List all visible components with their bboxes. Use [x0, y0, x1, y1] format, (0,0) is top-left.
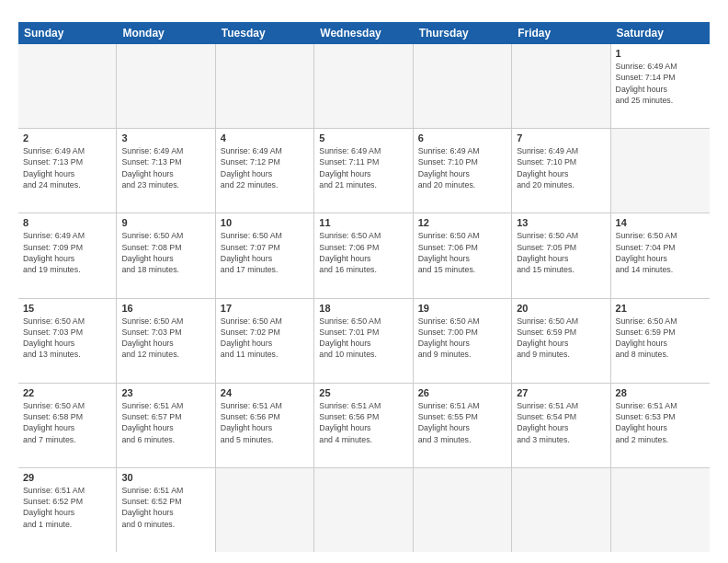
cal-cell-empty — [216, 468, 314, 552]
cal-cell-4: 4Sunrise: 6:49 AMSunset: 7:12 PMDaylight… — [216, 129, 314, 213]
header-day-wednesday: Wednesday — [314, 22, 413, 44]
cal-cell-2: 2Sunrise: 6:49 AMSunset: 7:13 PMDaylight… — [18, 129, 117, 213]
cal-cell-6: 6Sunrise: 6:49 AMSunset: 7:10 PMDaylight… — [414, 129, 512, 213]
cal-cell-24: 24Sunrise: 6:51 AMSunset: 6:56 PMDayligh… — [216, 384, 314, 467]
cal-cell-3: 3Sunrise: 6:49 AMSunset: 7:13 PMDaylight… — [117, 129, 215, 213]
week-row-6: 29Sunrise: 6:51 AMSunset: 6:52 PMDayligh… — [18, 468, 710, 552]
week-row-4: 15Sunrise: 6:50 AMSunset: 7:03 PMDayligh… — [18, 299, 710, 384]
cal-cell-22: 22Sunrise: 6:50 AMSunset: 6:58 PMDayligh… — [18, 384, 117, 467]
cal-cell-20: 20Sunrise: 6:50 AMSunset: 6:59 PMDayligh… — [512, 299, 610, 383]
cal-cell-27: 27Sunrise: 6:51 AMSunset: 6:54 PMDayligh… — [512, 384, 610, 467]
cal-cell-14: 14Sunrise: 6:50 AMSunset: 7:04 PMDayligh… — [611, 213, 710, 297]
calendar: SundayMondayTuesdayWednesdayThursdayFrid… — [18, 22, 710, 552]
cal-cell-11: 11Sunrise: 6:50 AMSunset: 7:06 PMDayligh… — [314, 213, 413, 297]
cal-cell-18: 18Sunrise: 6:50 AMSunset: 7:01 PMDayligh… — [314, 299, 413, 383]
cal-cell-empty — [117, 44, 215, 128]
cal-cell-10: 10Sunrise: 6:50 AMSunset: 7:07 PMDayligh… — [216, 213, 314, 297]
header-day-monday: Monday — [117, 22, 215, 44]
week-row-5: 22Sunrise: 6:50 AMSunset: 6:58 PMDayligh… — [18, 384, 710, 468]
cal-cell-empty — [414, 468, 512, 552]
cal-cell-16: 16Sunrise: 6:50 AMSunset: 7:03 PMDayligh… — [117, 299, 215, 383]
cal-cell-13: 13Sunrise: 6:50 AMSunset: 7:05 PMDayligh… — [512, 213, 610, 297]
cal-cell-23: 23Sunrise: 6:51 AMSunset: 6:57 PMDayligh… — [117, 384, 215, 467]
cal-cell-empty — [314, 468, 413, 552]
header-day-sunday: Sunday — [18, 22, 117, 44]
cal-cell-empty — [512, 44, 610, 128]
week-row-1: 1Sunrise: 6:49 AMSunset: 7:14 PMDaylight… — [18, 44, 710, 129]
cal-cell-1: 1Sunrise: 6:49 AMSunset: 7:14 PMDaylight… — [611, 44, 710, 128]
cal-cell-29: 29Sunrise: 6:51 AMSunset: 6:52 PMDayligh… — [18, 468, 117, 552]
cal-cell-empty — [314, 44, 413, 128]
cal-cell-12: 12Sunrise: 6:50 AMSunset: 7:06 PMDayligh… — [414, 213, 512, 297]
header-day-saturday: Saturday — [611, 22, 710, 44]
cal-cell-empty — [611, 129, 710, 213]
cal-cell-8: 8Sunrise: 6:49 AMSunset: 7:09 PMDaylight… — [18, 213, 117, 297]
cal-cell-empty — [18, 44, 117, 128]
header-day-tuesday: Tuesday — [216, 22, 314, 44]
cal-cell-9: 9Sunrise: 6:50 AMSunset: 7:08 PMDaylight… — [117, 213, 215, 297]
week-row-3: 8Sunrise: 6:49 AMSunset: 7:09 PMDaylight… — [18, 213, 710, 298]
cal-cell-19: 19Sunrise: 6:50 AMSunset: 7:00 PMDayligh… — [414, 299, 512, 383]
page: General Blue SundayMondayTuesdayWednesda… — [0, 0, 728, 563]
week-row-2: 2Sunrise: 6:49 AMSunset: 7:13 PMDaylight… — [18, 129, 710, 213]
cal-cell-15: 15Sunrise: 6:50 AMSunset: 7:03 PMDayligh… — [18, 299, 117, 383]
cal-cell-empty — [414, 44, 512, 128]
cal-cell-30: 30Sunrise: 6:51 AMSunset: 6:52 PMDayligh… — [117, 468, 215, 552]
header-day-thursday: Thursday — [414, 22, 512, 44]
cal-cell-5: 5Sunrise: 6:49 AMSunset: 7:11 PMDaylight… — [314, 129, 413, 213]
calendar-body: 1Sunrise: 6:49 AMSunset: 7:14 PMDaylight… — [18, 44, 710, 552]
cal-cell-empty — [512, 468, 610, 552]
cal-cell-empty — [216, 44, 314, 128]
cal-cell-21: 21Sunrise: 6:50 AMSunset: 6:59 PMDayligh… — [611, 299, 710, 383]
calendar-header: SundayMondayTuesdayWednesdayThursdayFrid… — [18, 22, 710, 44]
cal-cell-17: 17Sunrise: 6:50 AMSunset: 7:02 PMDayligh… — [216, 299, 314, 383]
cal-cell-7: 7Sunrise: 6:49 AMSunset: 7:10 PMDaylight… — [512, 129, 610, 213]
cal-cell-empty — [611, 468, 710, 552]
header-day-friday: Friday — [512, 22, 610, 44]
cal-cell-26: 26Sunrise: 6:51 AMSunset: 6:55 PMDayligh… — [414, 384, 512, 467]
cal-cell-28: 28Sunrise: 6:51 AMSunset: 6:53 PMDayligh… — [611, 384, 710, 467]
cal-cell-25: 25Sunrise: 6:51 AMSunset: 6:56 PMDayligh… — [314, 384, 413, 467]
